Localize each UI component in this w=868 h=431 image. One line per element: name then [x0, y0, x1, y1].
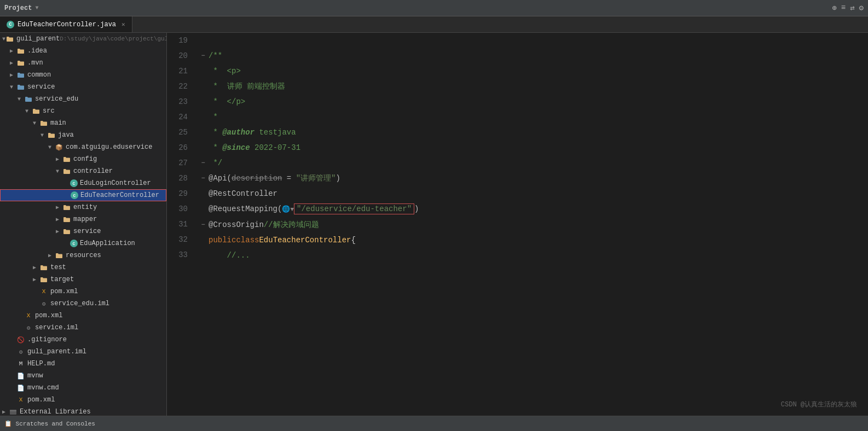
code-line-21: * <p>	[199, 63, 868, 79]
sidebar-item-service_edu[interactable]: ▼service_edu	[0, 93, 166, 105]
fold-icon-api[interactable]: −	[199, 174, 207, 183]
expand-arrow[interactable]: ▶	[10, 72, 16, 78]
folder-module-icon	[24, 95, 33, 103]
expand-arrow[interactable]: ▶	[33, 264, 39, 271]
expand-arrow[interactable]: ▶	[48, 252, 55, 259]
expand-arrow[interactable]: ▼	[48, 144, 55, 150]
bottom-scratches-label[interactable]: 📋 Scratches and Consoles	[4, 420, 95, 427]
expand-arrow[interactable]: ▼	[56, 168, 62, 174]
tree-item-label: com.atguigu.eduservice	[66, 143, 152, 151]
expand-arrow[interactable]: ▶	[56, 204, 62, 211]
settings-icon[interactable]: ⚙	[859, 3, 864, 13]
folder-icon	[16, 46, 25, 55]
sidebar-item-service_inner[interactable]: ▶service	[0, 225, 166, 237]
expand-arrow[interactable]: ▼	[18, 96, 24, 102]
expand-arrow[interactable]: ▶	[56, 216, 62, 223]
sidebar-item-pom_root[interactable]: Xpom.xml	[0, 394, 166, 406]
folder-icon	[47, 131, 56, 139]
expand-arrow[interactable]: ▼	[10, 84, 16, 90]
sidebar-item-test[interactable]: ▶test	[0, 261, 166, 273]
sidebar-item-HELP[interactable]: MHELP.md	[0, 358, 166, 370]
expand-arrow[interactable]: ▶	[33, 276, 39, 283]
sidebar-item-resources[interactable]: ▶resources	[0, 249, 166, 261]
code-content[interactable]: −/** * <p> * 讲师 前端控制器 * </p> * * @author…	[194, 33, 868, 416]
code-line-25: * @author testjava	[199, 125, 868, 140]
code-line-22: * 讲师 前端控制器	[199, 79, 868, 94]
fold-icon[interactable]: −	[199, 51, 207, 60]
new-file-icon[interactable]: ⊕	[832, 3, 836, 13]
sidebar-item-idea[interactable]: ▶.idea	[0, 45, 166, 57]
line-numbers: 192021222324252627282930313233	[167, 33, 194, 416]
title-icons: ⊕ ≡ ⇄ ⚙	[832, 3, 864, 13]
expand-arrow[interactable]: ▶	[56, 228, 62, 235]
code-line-29: @RestController	[199, 186, 868, 201]
title-dropdown-icon[interactable]: ▼	[35, 5, 38, 11]
folder-icon	[39, 263, 48, 272]
folder-module-icon	[16, 71, 25, 79]
expand-arrow[interactable]: ▼	[25, 108, 32, 114]
sidebar-item-common[interactable]: ▶common	[0, 69, 166, 81]
tree-icon[interactable]: ≡	[841, 3, 846, 13]
tree-item-label: controller	[73, 167, 113, 175]
svg-rect-0	[10, 410, 16, 415]
folder-icon	[62, 155, 71, 164]
line-number-26: 26	[171, 140, 188, 155]
code-editor[interactable]: 192021222324252627282930313233 −/** * <p…	[167, 33, 868, 416]
code-line-31: −@CrossOrigin //解决跨域问题	[199, 217, 868, 232]
folder-icon	[39, 275, 48, 284]
line-number-19: 19	[171, 33, 188, 48]
fold-icon-cross[interactable]: −	[199, 220, 207, 229]
sidebar-item-mvnw[interactable]: 📄mvnw	[0, 370, 166, 382]
expand-arrow[interactable]: ▶	[10, 48, 16, 54]
sidebar-item-java[interactable]: ▼java	[0, 129, 166, 141]
tree-item-label: mvnw	[27, 372, 43, 380]
sidebar-item-config[interactable]: ▶config	[0, 153, 166, 165]
tree-item-label: EduApplication	[80, 240, 135, 247]
tree-item-label: mvnw.cmd	[27, 384, 59, 392]
folder-icon	[16, 59, 25, 67]
project-label: Project	[4, 4, 32, 12]
sidebar-item-pom_service_edu[interactable]: Xpom.xml	[0, 286, 166, 298]
fold-icon[interactable]: −	[199, 159, 207, 167]
expand-icon[interactable]: ⇄	[850, 3, 854, 13]
tree-item-label: guli_parent	[16, 35, 60, 43]
sidebar-item-EduTeacherController[interactable]: CEduTeacherController	[0, 189, 166, 201]
sidebar-item-service[interactable]: ▼service	[0, 81, 166, 93]
expand-arrow[interactable]: ▶	[56, 156, 62, 162]
tab-close-button[interactable]: ✕	[121, 21, 125, 28]
expand-arrow: ▶	[2, 409, 9, 415]
sidebar-item-EduLoginController[interactable]: CEduLoginController	[0, 177, 166, 189]
sidebar-item-mvn[interactable]: ▶.mvn	[0, 57, 166, 69]
sidebar-item-com_atguigu[interactable]: ▼📦com.atguigu.eduservice	[0, 141, 166, 153]
sidebar-item-src[interactable]: ▼src	[0, 105, 166, 117]
sidebar-item-guli_parent[interactable]: ▼guli_parent D:\study\java\code\project\…	[0, 33, 166, 45]
tree-item-label: src	[43, 107, 55, 115]
sidebar-item-mapper[interactable]: ▶mapper	[0, 213, 166, 225]
line-number-23: 23	[171, 94, 188, 109]
sidebar-item-controller[interactable]: ▼controller	[0, 165, 166, 177]
file-icon: 📄	[16, 383, 25, 392]
folder-icon	[62, 167, 71, 176]
file-icon: 📄	[16, 371, 25, 380]
sidebar-item-mvnw_cmd[interactable]: 📄mvnw.cmd	[0, 382, 166, 394]
sidebar-item-guli_parent_iml[interactable]: ⚙guli_parent.iml	[0, 346, 166, 358]
expand-arrow[interactable]: ▼	[40, 132, 47, 138]
code-line-32: public class EduTeacherController {	[199, 232, 868, 248]
expand-arrow[interactable]: ▼	[33, 120, 39, 126]
sidebar-item-entity[interactable]: ▶entity	[0, 201, 166, 213]
line-number-22: 22	[171, 79, 188, 94]
sidebar-item-gitignore[interactable]: 🚫.gitignore	[0, 334, 166, 346]
tab-label: EduTeacherController.java	[18, 21, 116, 28]
md-icon: M	[16, 359, 25, 368]
sidebar-item-target[interactable]: ▶target	[0, 273, 166, 286]
sidebar-item-service_edu_iml[interactable]: ⚙service_edu.iml	[0, 298, 166, 310]
tree-item-label: service_edu	[35, 95, 78, 103]
sidebar-item-pom_service[interactable]: Xpom.xml	[0, 310, 166, 322]
sidebar-item-EduApplication[interactable]: CEduApplication	[0, 237, 166, 249]
sidebar-item-service_iml[interactable]: ⚙service.iml	[0, 322, 166, 334]
code-line-23: * </p>	[199, 94, 868, 109]
expand-arrow[interactable]: ▶	[10, 60, 16, 66]
sidebar-item-main[interactable]: ▼main	[0, 117, 166, 129]
tab-edu-teacher-controller[interactable]: C EduTeacherController.java ✕	[0, 16, 132, 32]
sidebar-item-external-libraries[interactable]: ▶ External Libraries	[0, 406, 166, 416]
